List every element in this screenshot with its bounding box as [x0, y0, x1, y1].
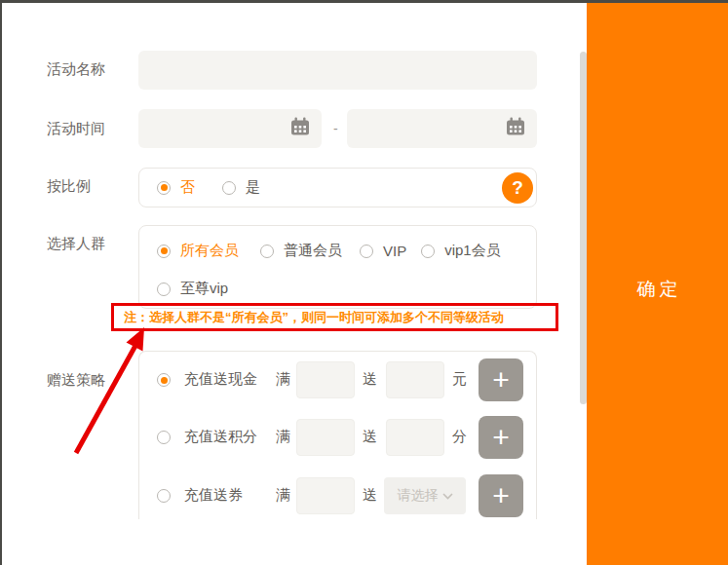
radio-option-label[interactable]: 至尊vip — [180, 280, 228, 298]
scrollbar-thumb[interactable] — [580, 52, 587, 404]
calendar-icon — [505, 116, 526, 141]
threshold-input[interactable] — [296, 477, 355, 514]
radio-icon[interactable] — [157, 181, 171, 195]
radio-option-no[interactable]: 否 — [157, 178, 195, 197]
window-frame-top — [0, 0, 728, 3]
activity-time-label: 活动时间 — [47, 120, 105, 138]
threshold-input[interactable] — [296, 419, 355, 456]
radio-icon[interactable] — [360, 245, 373, 258]
gift-amount-input[interactable] — [386, 361, 444, 398]
radio-icon[interactable] — [222, 181, 236, 195]
radio-icon[interactable] — [157, 489, 171, 503]
radio-option-supreme-vip[interactable]: 至尊vip — [157, 280, 228, 298]
audience-group: 所有会员 普通会员 VIP vip1会员 至尊vip — [138, 225, 537, 309]
confirm-button[interactable]: 确定 — [587, 277, 728, 302]
annotation-highlight-box: 注：选择人群不是“所有会员”，则同一时间可添加多个不同等级活动 — [111, 303, 558, 331]
date-range-separator: - — [333, 121, 338, 136]
radio-option-label[interactable]: VIP — [383, 243, 406, 259]
threshold-prefix: 满 — [276, 370, 290, 389]
radio-option-all-members[interactable]: 所有会员 — [157, 242, 239, 260]
radio-option-vip1-member[interactable]: vip1会员 — [421, 242, 501, 260]
unit-label: 元 — [452, 370, 467, 389]
audience-label: 选择人群 — [47, 235, 105, 253]
radio-option-normal-member[interactable]: 普通会员 — [260, 242, 342, 260]
radio-icon[interactable] — [157, 282, 171, 296]
strategy-group: 充值送现金 满 送 元 + 充值送积分 满 送 分 + 充值送券 满 送 请选择 — [138, 351, 537, 519]
radio-option-label[interactable]: vip1会员 — [444, 242, 501, 260]
confirm-panel: 确定 — [587, 3, 728, 565]
strategy-row-cash: 充值送现金 满 送 元 + — [139, 358, 536, 401]
threshold-input[interactable] — [296, 361, 355, 398]
strategy-row-label[interactable]: 充值送券 — [184, 486, 243, 505]
gift-amount-input[interactable] — [386, 419, 444, 456]
add-rule-button[interactable]: + — [479, 358, 523, 401]
end-date-picker[interactable] — [347, 109, 537, 148]
strategy-row-coupon: 充值送券 满 送 请选择 + — [139, 474, 536, 517]
unit-label: 分 — [452, 428, 467, 446]
calendar-icon — [289, 116, 311, 141]
radio-option-label[interactable]: 普通会员 — [284, 242, 342, 260]
coupon-select[interactable]: 请选择 — [384, 477, 466, 514]
radio-icon[interactable] — [157, 431, 171, 444]
radio-option-label[interactable]: 是 — [246, 178, 260, 197]
activity-name-label: 活动名称 — [47, 60, 105, 79]
add-rule-button[interactable]: + — [479, 416, 523, 459]
plus-icon: + — [492, 481, 510, 510]
radio-option-yes[interactable]: 是 — [222, 178, 260, 197]
radio-icon[interactable] — [157, 373, 171, 387]
by-ratio-label: 按比例 — [47, 177, 91, 196]
help-icon[interactable]: ? — [502, 172, 533, 204]
threshold-prefix: 满 — [276, 486, 290, 505]
plus-icon: + — [492, 423, 510, 452]
window-frame-left — [0, 0, 2, 565]
radio-option-vip[interactable]: VIP — [360, 243, 406, 259]
radio-option-label[interactable]: 否 — [180, 178, 195, 197]
plus-icon: + — [492, 365, 510, 395]
strategy-row-label[interactable]: 充值送积分 — [184, 428, 257, 446]
activity-name-input[interactable] — [138, 51, 537, 90]
coupon-select-placeholder: 请选择 — [398, 487, 439, 505]
by-ratio-group: 否 是 ? — [138, 168, 537, 207]
radio-icon[interactable] — [421, 245, 435, 258]
audience-note-text: 注：选择人群不是“所有会员”，则同一时间可添加多个不同等级活动 — [114, 309, 504, 326]
radio-icon[interactable] — [157, 245, 171, 258]
gift-prefix: 送 — [363, 486, 377, 505]
strategy-label: 赠送策略 — [47, 371, 105, 390]
radio-icon[interactable] — [260, 245, 274, 258]
threshold-prefix: 满 — [276, 428, 290, 446]
radio-option-label[interactable]: 所有会员 — [180, 242, 239, 260]
strategy-row-points: 充值送积分 满 送 分 + — [139, 416, 536, 459]
strategy-row-label[interactable]: 充值送现金 — [184, 370, 257, 389]
start-date-picker[interactable] — [138, 109, 322, 148]
chevron-down-icon — [442, 493, 453, 500]
gift-prefix: 送 — [363, 370, 377, 389]
gift-prefix: 送 — [363, 428, 377, 446]
add-rule-button[interactable]: + — [479, 474, 523, 517]
